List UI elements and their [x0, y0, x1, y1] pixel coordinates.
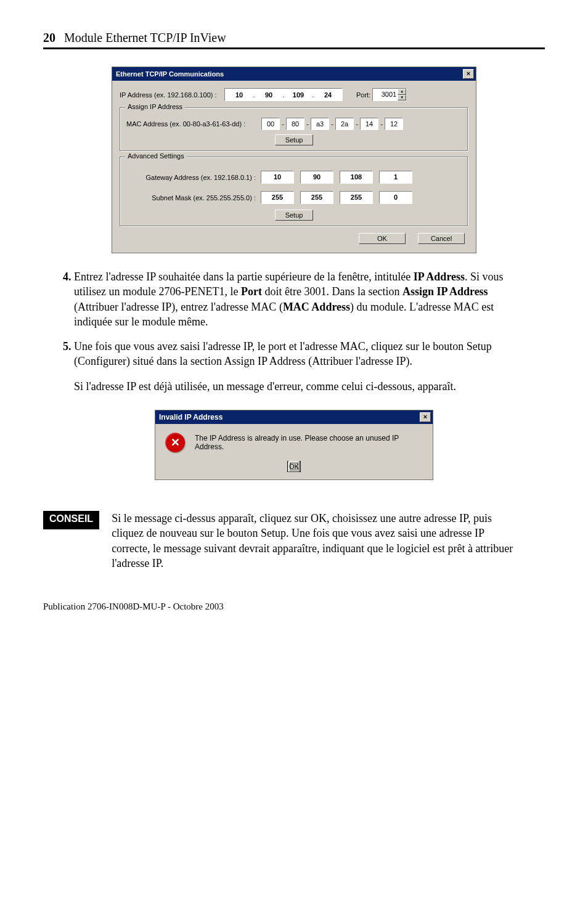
- publication-footer: Publication 2706-IN008D-MU-P - Octobre 2…: [43, 601, 545, 612]
- ip-seg-2[interactable]: 90: [256, 91, 282, 99]
- advanced-settings-group: Advanced Settings Gateway Address (ex. 1…: [120, 157, 468, 227]
- gateway-seg-1[interactable]: 10: [261, 171, 294, 184]
- subnet-label: Subnet Mask (ex. 255.255.255.0) :: [126, 194, 261, 202]
- mac-seg-6[interactable]: 12: [385, 118, 403, 130]
- mac-address-label: MAC Address (ex. 00-80-a3-61-63-dd) :: [126, 120, 261, 128]
- invalid-ip-dialog: Invalid IP Address × ✕ The IP Address is…: [155, 410, 433, 480]
- subnet-seg-2[interactable]: 255: [300, 191, 333, 204]
- ethernet-dialog: Ethernet TCP/IP Communications × IP Addr…: [112, 67, 476, 253]
- error-icon: ✕: [165, 433, 185, 452]
- header-title: Module Ethernet TCP/IP InView: [64, 31, 226, 45]
- mac-seg-4[interactable]: 2a: [335, 118, 354, 130]
- subnet-seg-3[interactable]: 255: [340, 191, 373, 204]
- ip-seg-1[interactable]: 10: [226, 91, 252, 99]
- port-input[interactable]: 3001 ▲ ▼: [372, 88, 407, 101]
- invalid-ip-ok-button[interactable]: OK: [288, 461, 300, 472]
- invalid-ip-ok-wrapper: OK: [287, 461, 301, 472]
- cancel-button[interactable]: Cancel: [418, 233, 465, 244]
- advanced-setup-button[interactable]: Setup: [275, 210, 314, 221]
- invalid-ip-title: Invalid IP Address: [159, 413, 223, 422]
- page-header: 20 Module Ethernet TCP/IP InView: [43, 31, 545, 49]
- mac-seg-5[interactable]: 14: [360, 118, 378, 130]
- assign-setup-button[interactable]: Setup: [275, 134, 314, 145]
- gateway-label: Gateway Address (ex. 192.168.0.1) :: [126, 174, 261, 181]
- assign-ip-legend: Assign IP Address: [125, 103, 185, 110]
- close-icon[interactable]: ×: [420, 412, 431, 422]
- mac-seg-3[interactable]: a3: [311, 118, 329, 130]
- page-number: 20: [43, 31, 55, 45]
- invalid-ip-message: The IP Address is already in use. Please…: [195, 434, 423, 451]
- close-icon[interactable]: ×: [463, 69, 474, 79]
- advanced-legend: Advanced Settings: [125, 152, 187, 160]
- step-4: Entrez l'adresse IP souhaitée dans la pa…: [74, 269, 526, 329]
- dialog-titlebar[interactable]: Ethernet TCP/IP Communications ×: [112, 67, 476, 81]
- assign-ip-group: Assign IP Address MAC Address (ex. 00-80…: [120, 107, 468, 152]
- port-value[interactable]: 3001: [373, 89, 398, 100]
- ip-address-input[interactable]: 10. 90. 109. 24: [224, 88, 343, 101]
- subnet-seg-4[interactable]: 0: [379, 191, 412, 204]
- tip-text: Si le message ci-dessus apparaît, clique…: [112, 511, 526, 571]
- gateway-seg-3[interactable]: 108: [340, 171, 373, 184]
- port-spinner[interactable]: ▲ ▼: [398, 89, 406, 100]
- invalid-ip-titlebar[interactable]: Invalid IP Address ×: [155, 410, 433, 424]
- tip-row: CONSEIL Si le message ci-dessus apparaît…: [43, 511, 526, 571]
- spin-down-icon[interactable]: ▼: [398, 95, 406, 101]
- step-5: Une fois que vous avez saisi l'adresse I…: [74, 339, 526, 369]
- ip-address-label: IP Address (ex. 192.168.0.100) :: [120, 91, 224, 99]
- ip-seg-3[interactable]: 109: [285, 91, 311, 99]
- mac-seg-2[interactable]: 80: [286, 118, 304, 130]
- ip-seg-4[interactable]: 24: [315, 91, 341, 99]
- spin-up-icon[interactable]: ▲: [398, 89, 406, 95]
- tip-badge: CONSEIL: [43, 511, 99, 529]
- port-label: Port:: [356, 91, 370, 99]
- ok-button[interactable]: OK: [359, 233, 406, 244]
- gateway-seg-4[interactable]: 1: [379, 171, 412, 184]
- dialog-title: Ethernet TCP/IP Communications: [116, 70, 224, 78]
- mac-seg-1[interactable]: 00: [261, 118, 280, 130]
- subnet-seg-1[interactable]: 255: [261, 191, 294, 204]
- followup-paragraph: Si l'adresse IP est déjà utilisée, un me…: [74, 379, 545, 394]
- gateway-seg-2[interactable]: 90: [300, 171, 333, 184]
